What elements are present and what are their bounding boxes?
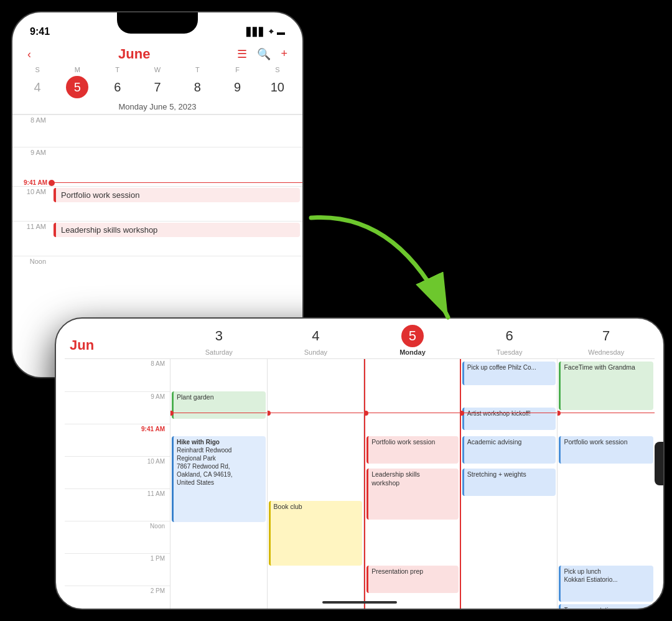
selected-date-label: Monday June 5, 2023 [12, 101, 302, 114]
event-portfolio-mon[interactable]: Portfolio work session [366, 436, 459, 464]
event-pickup-coffee[interactable]: Pick up coffee Philz Co... [462, 362, 556, 385]
week-day-labels: S M T W T F S [12, 65, 302, 75]
landscape-calendar: Jun 3 Saturday 4 Sunday 5 Monday 6 Tuesd… [56, 319, 663, 609]
notch [117, 12, 198, 34]
header-saturday[interactable]: 3 Saturday [170, 325, 268, 356]
current-time-line-wed [558, 413, 655, 413]
day-7[interactable]: 7 [146, 76, 169, 98]
monday-column: Portfolio work session Leadership skills… [364, 359, 461, 609]
day-6[interactable]: 6 [106, 76, 129, 98]
event-pickup-lunch[interactable]: Pick up lunchKokkari Estiatorio... [559, 566, 653, 602]
event-book-club[interactable]: Book club [269, 501, 363, 566]
time-slot-11am: 11 AM Leadership skills workshop [12, 221, 302, 256]
current-time-line-sat [170, 413, 267, 413]
event-stretching[interactable]: Stretching + weights [462, 469, 556, 496]
current-time-line-tue [461, 413, 558, 413]
time-grid: 8 AM 9 AM 9:41 AM 10 AM Portfolio work s… [12, 114, 302, 288]
current-time-line-mon [365, 413, 460, 413]
list-icon[interactable]: ☰ [237, 47, 247, 61]
event-leadership-mon[interactable]: Leadership skillsworkshop [366, 469, 459, 520]
day-8[interactable]: 8 [186, 76, 208, 98]
event-plant-garden[interactable]: Plant garden [172, 391, 266, 419]
event-facetime-grandma[interactable]: FaceTime with Grandma [559, 362, 653, 410]
day-9[interactable]: 9 [226, 76, 249, 98]
week-numbers: 4 5 6 7 8 9 10 [12, 75, 302, 101]
event-artist-workshop[interactable]: Artist workshop kickoff! [462, 408, 556, 430]
status-time: 9:41 [30, 26, 50, 37]
event-hike-rigo[interactable]: Hike with RigoReinhardt RedwoodRegional … [172, 436, 266, 522]
event-portfolio-wed[interactable]: Portfolio work session [559, 436, 653, 464]
day-4[interactable]: 4 [26, 76, 49, 98]
event-team-presentation[interactable]: Team presentationSuggested Location: M..… [559, 604, 653, 609]
add-icon[interactable]: + [281, 47, 287, 61]
time-slot-noon: Noon [12, 256, 302, 288]
toolbar-icons: ☰ 🔍 + [237, 47, 287, 61]
time-slot-8am: 8 AM [12, 114, 302, 147]
current-time-indicator: 9:41 AM [12, 179, 302, 186]
time-slot-10am: 10 AM Portfolio work session [12, 186, 302, 221]
wednesday-column: FaceTime with Grandma Portfolio work ses… [558, 359, 655, 609]
current-time-line-sun [268, 413, 364, 413]
saturday-column: Plant garden Hike with RigoReinhardt Red… [170, 359, 268, 609]
search-icon[interactable]: 🔍 [257, 47, 271, 61]
day-5-today[interactable]: 5 [66, 76, 88, 98]
status-icons: ▋▋▋ ⌖ ▬ [246, 27, 285, 37]
landscape-month: Jun [65, 337, 94, 353]
signal-icon: ▋▋▋ [246, 27, 265, 37]
current-time-dot [49, 180, 55, 186]
month-title[interactable]: June [118, 46, 150, 62]
landscape-notch [655, 442, 663, 485]
event-presentation-prep[interactable]: Presentation prep [366, 566, 459, 593]
calendar-header: ‹ June ☰ 🔍 + [12, 42, 302, 65]
arrow-graphic [274, 205, 485, 342]
event-portfolio[interactable]: Portfolio work session [54, 188, 300, 202]
back-button[interactable]: ‹ [27, 48, 31, 61]
event-leadership[interactable]: Leadership skills workshop [54, 223, 300, 237]
day-10[interactable]: 10 [266, 76, 289, 98]
time-column: 8 AM 9 AM 9:41 AM 10 AM 11 AM Noon 1 PM … [65, 359, 170, 609]
landscape-body: 8 AM 9 AM 9:41 AM 10 AM 11 AM Noon 1 PM … [65, 359, 655, 609]
phone-landscape: Jun 3 Saturday 4 Sunday 5 Monday 6 Tuesd… [55, 317, 665, 610]
time-slot-9am: 9 AM [12, 147, 302, 179]
tuesday-column: Pick up coffee Philz Co... Artist worksh… [461, 359, 558, 609]
home-indicator-landscape [322, 601, 397, 604]
event-academic-advising[interactable]: Academic advising [462, 436, 556, 464]
header-wednesday[interactable]: 7 Wednesday [558, 325, 655, 356]
battery-icon: ▬ [277, 27, 285, 37]
sunday-column: Book club [268, 359, 365, 609]
wifi-icon: ⌖ [269, 27, 273, 37]
